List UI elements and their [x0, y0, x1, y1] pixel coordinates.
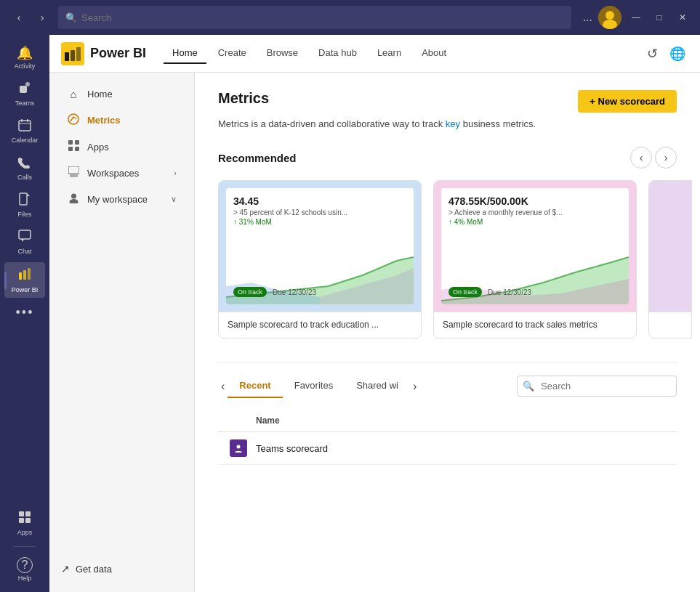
on-track-badge-education: On track [233, 287, 267, 297]
svg-rect-3 [20, 86, 27, 93]
rail-item-powerbi[interactable]: Power BI [4, 262, 45, 298]
content-area: Power BI Home Create Browse Data hub Lea… [49, 35, 700, 592]
due-date-sales: Due 12/30/23 [488, 288, 531, 296]
forward-button[interactable]: › [32, 7, 52, 28]
tab-next-button[interactable]: › [410, 377, 419, 396]
card-education[interactable]: 34.45 > 45 percent of K-12 schools usin.… [218, 180, 422, 338]
rail-label-help: Help [18, 575, 32, 582]
minimize-button[interactable]: — [627, 9, 645, 26]
tab-search-icon: 🔍 [523, 381, 534, 392]
tab-prev-button[interactable]: ‹ [218, 377, 228, 396]
card-inner-education: 34.45 > 45 percent of K-12 schools usin.… [226, 188, 414, 304]
workspaces-expand-icon: › [174, 169, 177, 177]
tab-search-input[interactable] [517, 376, 677, 397]
svg-point-21 [68, 114, 79, 124]
calls-icon [18, 155, 31, 172]
metrics-subtitle: Metrics is a data-driven and collaborati… [218, 118, 677, 129]
tab-home[interactable]: Home [164, 43, 206, 64]
rail-item-files[interactable]: Files [4, 188, 45, 222]
calendar-icon [18, 118, 31, 135]
get-data-button[interactable]: ↗ Get data [61, 563, 182, 575]
svg-rect-14 [19, 511, 24, 516]
rail-item-calendar[interactable]: Calendar [4, 114, 45, 148]
sidebar-label-home: Home [87, 89, 113, 100]
sidebar-item-workspaces[interactable]: Workspaces › [55, 161, 188, 185]
app-name: Power BI [90, 46, 146, 61]
svg-rect-19 [71, 50, 75, 61]
rail-item-more[interactable]: ••• [4, 301, 45, 325]
table-header: Name [218, 410, 677, 432]
refresh-icon[interactable]: ↺ [644, 43, 661, 65]
home-icon: ⌂ [67, 88, 80, 100]
card-sales[interactable]: 478.55K/500.00K > Achieve a monthly reve… [433, 180, 637, 338]
rail-item-activity[interactable]: 🔔 Activity [4, 41, 45, 74]
rail-item-apps[interactable]: Apps [4, 506, 45, 540]
metrics-icon [67, 113, 80, 127]
new-scorecard-button[interactable]: + New scorecard [578, 90, 677, 113]
tab-about[interactable]: About [413, 43, 455, 64]
metrics-highlight: key [446, 118, 460, 129]
tabs-row: ‹ Recent Favorites Shared wi › 🔍 [218, 374, 677, 398]
svg-rect-5 [19, 121, 31, 131]
row-icon [230, 439, 256, 457]
tab-learn[interactable]: Learn [369, 43, 410, 64]
sidebar: ⌂ Home Metrics Apps [49, 73, 195, 592]
rail-label-activity: Activity [15, 62, 36, 70]
rail-item-help[interactable]: ? Help [4, 553, 45, 586]
back-button[interactable]: ‹ [9, 7, 29, 28]
recommended-next-button[interactable]: › [655, 147, 677, 169]
svg-rect-15 [25, 511, 31, 516]
sidebar-item-myworkspace[interactable]: My workspace ∨ [55, 187, 188, 211]
metrics-header: Metrics + New scorecard [218, 90, 677, 113]
rail-item-calls[interactable]: Calls [4, 151, 45, 185]
row-name: Teams scorecard [256, 443, 328, 454]
card-chart-sales: 478.55K/500.00K > Achieve a monthly reve… [434, 181, 636, 312]
main-content: Metrics + New scorecard Metrics is a dat… [195, 73, 700, 592]
sidebar-item-apps[interactable]: Apps [55, 134, 188, 159]
on-track-badge-sales: On track [448, 287, 482, 297]
avatar[interactable] [598, 6, 621, 29]
svg-rect-18 [65, 52, 69, 61]
sidebar-item-home[interactable]: ⌂ Home [55, 82, 188, 106]
tab-recent[interactable]: Recent [228, 374, 282, 398]
tab-browse[interactable]: Browse [258, 43, 307, 64]
tab-search: 🔍 [517, 376, 677, 397]
sidebar-item-metrics[interactable]: Metrics [55, 108, 188, 133]
tab-datahub[interactable]: Data hub [310, 43, 366, 64]
rail-item-teams[interactable]: Teams [4, 77, 45, 111]
rail-separator [13, 546, 36, 547]
myworkspace-icon [67, 192, 80, 206]
sidebar-bottom: ↗ Get data [49, 554, 194, 583]
card-mom-education: ↑ 31% MoM [233, 218, 406, 226]
recommended-prev-button[interactable]: ‹ [630, 147, 652, 169]
card-metric-education: 34.45 [233, 195, 406, 207]
cards-row: 34.45 > 45 percent of K-12 schools usin.… [218, 180, 677, 338]
rail-item-chat[interactable]: Chat [4, 225, 45, 259]
help-icon: ? [17, 557, 33, 573]
card-desc-education: > 45 percent of K-12 schools usin... [233, 208, 406, 216]
close-button[interactable]: ✕ [674, 9, 691, 26]
globe-icon[interactable]: 🌐 [667, 43, 688, 65]
svg-rect-24 [68, 147, 73, 151]
recommended-header: Recommended ‹ › [218, 147, 677, 169]
tab-create[interactable]: Create [209, 43, 255, 64]
sidebar-label-apps: Apps [87, 142, 109, 153]
rail-label-files: Files [17, 211, 31, 218]
svg-point-28 [71, 194, 76, 199]
metrics-title: Metrics [218, 90, 269, 107]
title-search-bar[interactable]: 🔍 [58, 6, 571, 29]
table-row[interactable]: Teams scorecard [218, 432, 677, 465]
search-input[interactable] [81, 12, 564, 23]
card-desc-sales: > Achieve a monthly revenue of $... [448, 208, 621, 216]
rail-label-apps: Apps [17, 529, 33, 536]
more-options-icon[interactable]: ... [583, 11, 592, 24]
svg-point-4 [25, 82, 30, 86]
search-icon: 🔍 [65, 12, 77, 23]
maximize-button[interactable]: □ [651, 9, 668, 26]
app-body: 🔔 Activity Teams Calendar Calls Files [0, 35, 700, 592]
tab-shared[interactable]: Shared wi [345, 374, 410, 398]
card-label-sales: Sample scorecard to track sales metrics [434, 312, 636, 337]
card-inner-sales: 478.55K/500.00K > Achieve a monthly reve… [441, 188, 629, 304]
svg-rect-25 [75, 147, 79, 151]
tab-favorites[interactable]: Favorites [283, 374, 345, 398]
